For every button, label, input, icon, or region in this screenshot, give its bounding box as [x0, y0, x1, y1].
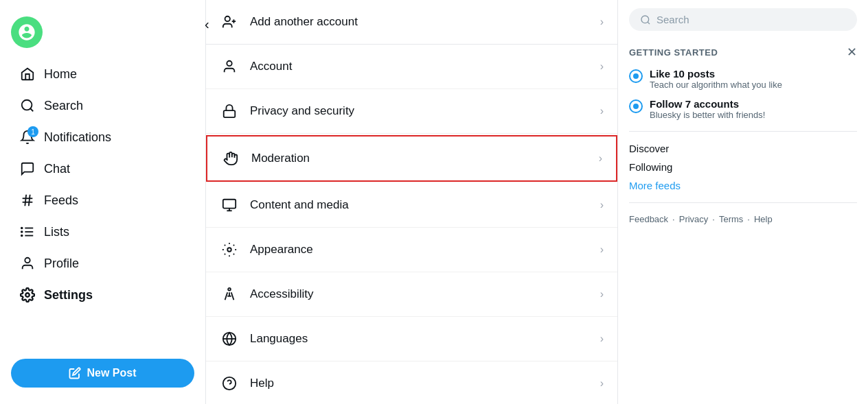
search-icon [640, 14, 651, 25]
sidebar-item-label: Lists [44, 225, 69, 239]
bell-icon: 1 [19, 129, 36, 145]
footer-links: Feedback · Privacy · Terms · Help [629, 214, 857, 224]
sidebar-item-lists[interactable]: Lists [5, 217, 200, 247]
lock-icon [220, 102, 239, 121]
svg-rect-19 [223, 200, 236, 209]
notification-badge: 1 [27, 126, 38, 137]
svg-line-4 [25, 195, 26, 206]
hash-icon [19, 192, 36, 209]
avatar[interactable] [11, 16, 43, 48]
globe-icon [220, 329, 239, 348]
settings-item-content[interactable]: Content and media › [206, 183, 617, 228]
sidebar-item-home[interactable]: Home [5, 59, 200, 89]
sidebar-item-search[interactable]: Search [5, 91, 200, 121]
more-feeds-link[interactable]: More feeds [629, 180, 857, 191]
sidebar-item-label: Notifications [44, 130, 111, 145]
add-user-icon [220, 12, 239, 32]
settings-item-label: Languages [250, 332, 600, 346]
edit-icon [69, 367, 81, 379]
settings-item-label: Privacy and security [250, 104, 600, 118]
chevron-right-icon: › [600, 288, 604, 300]
search-input[interactable] [656, 14, 846, 25]
getting-started-header: GETTING STARTED ✕ [629, 45, 857, 60]
task-desc: Bluesky is better with friends! [650, 110, 765, 120]
svg-point-12 [25, 258, 30, 263]
help-footer-link[interactable]: Help [754, 214, 773, 224]
privacy-link[interactable]: Privacy [679, 214, 709, 224]
right-panel: GETTING STARTED ✕ Like 10 posts Teach ou… [618, 0, 868, 404]
getting-started-title: GETTING STARTED [629, 47, 718, 58]
svg-point-17 [227, 61, 231, 66]
sidebar-item-notifications[interactable]: 1 Notifications [5, 122, 200, 152]
task-circle [629, 69, 643, 83]
chevron-right-icon: › [599, 152, 602, 165]
sidebar-item-chat[interactable]: Chat [5, 154, 200, 184]
svg-line-31 [648, 22, 650, 24]
sidebar-item-label: Feeds [44, 193, 78, 208]
svg-point-11 [21, 235, 23, 237]
settings-item-label: Moderation [251, 152, 599, 165]
task-title: Like 10 posts [650, 68, 782, 80]
chevron-right-icon: › [600, 333, 604, 345]
task-circle [629, 99, 643, 113]
content-icon [220, 195, 239, 215]
divider [629, 131, 857, 132]
sidebar-item-settings[interactable]: Settings [5, 280, 200, 310]
task-title: Follow 7 accounts [650, 98, 765, 110]
sidebar-item-feeds[interactable]: Feeds [5, 185, 200, 215]
settings-item-privacy[interactable]: Privacy and security › [206, 89, 617, 134]
svg-point-0 [22, 100, 32, 110]
profile-icon [19, 255, 36, 272]
task-follow-accounts: Follow 7 accounts Bluesky is better with… [629, 98, 857, 120]
search-icon [19, 97, 36, 114]
settings-item-label: Add another account [250, 15, 600, 29]
svg-point-30 [641, 16, 649, 23]
appearance-icon [220, 240, 239, 259]
sidebar-item-label: Profile [44, 257, 79, 271]
help-icon [220, 374, 239, 393]
terms-link[interactable]: Terms [719, 214, 743, 224]
svg-line-5 [29, 195, 30, 206]
svg-rect-18 [224, 110, 236, 117]
discover-feed-link[interactable]: Discover [629, 143, 857, 154]
home-icon [19, 66, 36, 82]
task-desc: Teach our algorithm what you like [650, 80, 782, 90]
lists-icon [19, 224, 36, 240]
back-button[interactable]: ‹ [199, 14, 215, 35]
chat-icon [19, 161, 36, 177]
feedback-link[interactable]: Feedback [629, 214, 668, 224]
task-content: Like 10 posts Teach our algorithm what y… [650, 68, 782, 90]
chevron-right-icon: › [600, 377, 604, 390]
settings-item-help[interactable]: Help › [206, 361, 617, 404]
svg-point-13 [25, 293, 30, 297]
settings-item-account[interactable]: Account › [206, 45, 617, 89]
svg-point-9 [21, 228, 23, 229]
settings-item-accessibility[interactable]: Accessibility › [206, 272, 617, 317]
new-post-label: New Post [87, 367, 136, 379]
search-bar[interactable] [629, 8, 857, 31]
settings-item-moderation[interactable]: Moderation › [206, 135, 617, 182]
settings-item-languages[interactable]: Languages › [206, 317, 617, 361]
settings-item-label: Help [250, 377, 600, 390]
svg-line-1 [30, 108, 33, 111]
close-getting-started-button[interactable]: ✕ [847, 45, 857, 60]
new-post-button[interactable]: New Post [11, 359, 194, 388]
following-feed-link[interactable]: Following [629, 161, 857, 173]
divider [629, 202, 857, 203]
settings-item-appearance[interactable]: Appearance › [206, 228, 617, 272]
chevron-right-icon: › [600, 105, 604, 117]
settings-item-label: Appearance [250, 243, 600, 257]
svg-point-23 [228, 288, 231, 291]
sidebar-item-label: Settings [44, 288, 93, 302]
sidebar-item-profile[interactable]: Profile [5, 248, 200, 278]
settings-panel: Add another account › Account › Privacy … [206, 0, 618, 404]
chevron-right-icon: › [600, 243, 604, 256]
sidebar-item-label: Chat [44, 162, 70, 176]
user-icon [220, 57, 239, 76]
chevron-right-icon: › [600, 60, 604, 73]
svg-point-14 [225, 16, 230, 21]
chevron-right-icon: › [600, 199, 604, 211]
settings-item-add-account[interactable]: Add another account › [206, 0, 617, 45]
settings-item-label: Account [250, 60, 600, 73]
svg-point-10 [21, 231, 23, 233]
